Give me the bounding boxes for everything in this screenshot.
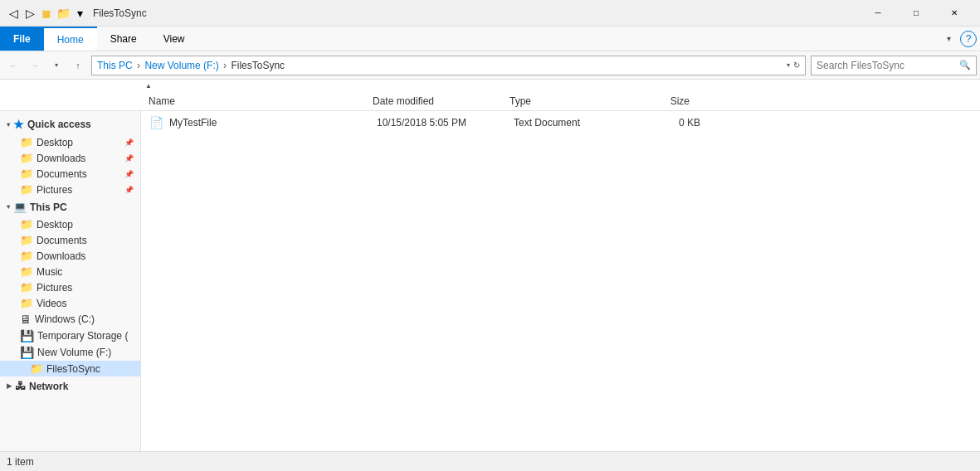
back-icon: ◁ xyxy=(7,7,20,20)
dropdown-icon: ▾ xyxy=(73,7,86,20)
folder-icon: 📁 xyxy=(20,152,33,164)
sidebar-item-windows-c[interactable]: 🖥 Windows (C:) xyxy=(0,311,140,328)
chevron-down-icon: ▾ xyxy=(7,203,10,211)
title-bar-icons: ◁ ▷ ◼ 📁 ▾ xyxy=(7,7,86,20)
sidebar-item-label: Documents xyxy=(37,168,87,180)
pin-icon: 📌 xyxy=(124,138,134,147)
file-type: Text Document xyxy=(514,117,634,129)
back-button[interactable]: ← xyxy=(3,56,23,75)
folder-icon: 📁 xyxy=(20,281,33,294)
breadcrumb-newvolume[interactable]: New Volume (F:) xyxy=(144,60,218,71)
tab-home[interactable]: Home xyxy=(44,27,97,51)
refresh-icon[interactable]: ↻ xyxy=(793,61,800,70)
search-icon: 🔍 xyxy=(959,60,971,70)
address-row: ← → ▾ ↑ This PC › New Volume (F:) › File… xyxy=(0,51,980,80)
sidebar-item-pictures-qa[interactable]: 📁 Pictures 📌 xyxy=(0,182,140,197)
address-path: This PC › New Volume (F:) › FilesToSync xyxy=(97,60,783,71)
folder-icon: 📁 xyxy=(20,265,33,278)
ribbon-collapse-button[interactable]: ▾ xyxy=(939,29,958,49)
network-icon: 🖧 xyxy=(15,380,26,392)
sidebar-item-label: Pictures xyxy=(37,282,72,294)
sidebar-section-thispc[interactable]: ▾ 💻 This PC xyxy=(0,197,140,216)
sidebar-item-downloads-qa[interactable]: 📁 Downloads 📌 xyxy=(0,150,140,166)
chevron-right-icon: ▶ xyxy=(7,382,12,390)
forward-button[interactable]: → xyxy=(25,56,45,75)
sidebar-item-label: New Volume (F:) xyxy=(37,347,111,358)
sidebar-item-music-pc[interactable]: 📁 Music xyxy=(0,264,140,279)
star-icon: ★ xyxy=(13,118,24,131)
folder-icon: 📁 xyxy=(20,297,33,309)
folder-icon: 📁 xyxy=(20,234,33,246)
chevron-down-icon: ▾ xyxy=(7,121,10,129)
pin-icon: 📌 xyxy=(124,170,134,178)
column-headers: Name Date modified Type Size xyxy=(0,91,980,111)
sort-arrow-icon: ▲ xyxy=(145,82,152,90)
tab-view[interactable]: View xyxy=(150,27,198,51)
sidebar-item-documents-pc[interactable]: 📁 Documents xyxy=(0,232,140,248)
status-bar: 1 item xyxy=(0,451,980,471)
sidebar-item-desktop-qa[interactable]: 📁 Desktop 📌 xyxy=(0,134,140,150)
sidebar-item-label: Videos xyxy=(37,298,66,309)
sidebar-thispc-label: This PC xyxy=(30,202,67,213)
content-area: 📄 MyTestFile 10/15/2018 5:05 PM Text Doc… xyxy=(141,111,980,463)
col-header-date[interactable]: Date modified xyxy=(369,95,506,107)
table-row[interactable]: 📄 MyTestFile 10/15/2018 5:05 PM Text Doc… xyxy=(141,114,980,131)
sidebar-item-label: Documents xyxy=(37,235,87,246)
sidebar-item-label: Temporary Storage ( xyxy=(37,330,128,342)
col-header-size[interactable]: Size xyxy=(627,95,693,107)
recent-locations-button[interactable]: ▾ xyxy=(46,56,66,75)
sidebar-item-pictures-pc[interactable]: 📁 Pictures xyxy=(0,279,140,295)
main-area: ▾ ★ Quick access 📁 Desktop 📌 📁 Downloads… xyxy=(0,111,980,463)
sidebar-item-label: Downloads xyxy=(37,153,85,164)
breadcrumb-thispc[interactable]: This PC xyxy=(97,60,133,71)
text-file-icon: 📄 xyxy=(148,116,164,129)
folder-icon: 📁 xyxy=(20,250,33,262)
sidebar-item-label: Desktop xyxy=(37,137,73,148)
close-button[interactable]: ✕ xyxy=(935,0,973,27)
sidebar-network-label: Network xyxy=(29,381,68,392)
folder-icon: 📁 xyxy=(56,7,70,20)
sidebar-item-documents-qa[interactable]: 📁 Documents 📌 xyxy=(0,166,140,182)
sidebar-item-label: Windows (C:) xyxy=(35,313,95,325)
folder-icon: 📁 xyxy=(30,362,43,375)
minimize-button[interactable]: ─ xyxy=(859,0,897,27)
sort-arrow-row: ▲ xyxy=(0,80,980,91)
save-icon: ◼ xyxy=(40,7,53,20)
pin-icon: 📌 xyxy=(124,186,134,194)
col-header-type[interactable]: Type xyxy=(506,95,627,107)
sidebar-item-label: Music xyxy=(37,266,62,278)
tab-file[interactable]: File xyxy=(0,27,44,51)
maximize-button[interactable]: □ xyxy=(897,0,935,27)
sidebar-item-label: Downloads xyxy=(37,250,85,262)
sidebar-item-new-volume-f[interactable]: 💾 New Volume (F:) xyxy=(0,344,140,361)
sidebar-item-label: Desktop xyxy=(37,219,73,231)
help-button[interactable]: ? xyxy=(960,31,977,47)
drive-icon: 💾 xyxy=(20,329,34,342)
sidebar-section-network[interactable]: ▶ 🖧 Network xyxy=(0,376,140,396)
file-name: MyTestFile xyxy=(169,117,377,129)
sidebar-item-videos-pc[interactable]: 📁 Videos xyxy=(0,295,140,311)
folder-icon: 📁 xyxy=(20,183,33,196)
folder-icon: 📁 xyxy=(20,168,33,180)
address-bar[interactable]: This PC › New Volume (F:) › FilesToSync … xyxy=(91,56,806,75)
tab-share[interactable]: Share xyxy=(97,27,150,51)
breadcrumb-sep2: › xyxy=(223,60,229,71)
title-bar: ◁ ▷ ◼ 📁 ▾ FilesToSync ─ □ ✕ xyxy=(0,0,980,27)
search-bar[interactable]: 🔍 xyxy=(811,56,977,75)
file-size: 0 KB xyxy=(634,117,700,129)
sidebar: ▾ ★ Quick access 📁 Desktop 📌 📁 Downloads… xyxy=(0,111,141,463)
computer-icon: 💻 xyxy=(13,201,27,213)
folder-icon: 📁 xyxy=(20,136,33,148)
file-date-modified: 10/15/2018 5:05 PM xyxy=(377,117,514,129)
search-input[interactable] xyxy=(817,60,959,71)
sidebar-item-desktop-pc[interactable]: 📁 Desktop xyxy=(0,216,140,232)
sidebar-section-quickaccess[interactable]: ▾ ★ Quick access xyxy=(0,114,140,134)
up-button[interactable]: ↑ xyxy=(68,56,88,75)
sidebar-item-downloads-pc[interactable]: 📁 Downloads xyxy=(0,248,140,264)
address-dropdown-icon[interactable]: ▾ xyxy=(787,61,790,69)
drive-icon: 💾 xyxy=(20,346,34,359)
col-header-name[interactable]: Name xyxy=(145,95,369,107)
breadcrumb-current: FilesToSync xyxy=(231,60,285,71)
sidebar-item-filestosync[interactable]: 📁 FilesToSync xyxy=(0,361,140,376)
sidebar-item-temporary-storage[interactable]: 💾 Temporary Storage ( xyxy=(0,328,140,344)
